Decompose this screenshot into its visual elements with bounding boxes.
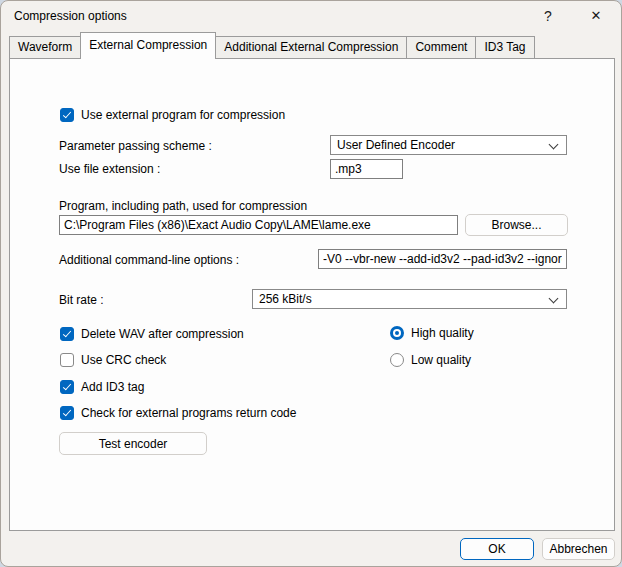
use-external-label: Use external program for compression	[81, 108, 285, 122]
radio-dot-icon	[395, 331, 399, 335]
bitrate-label: Bit rate :	[59, 293, 104, 307]
tab-strip: Waveform External Compression Additional…	[9, 32, 535, 59]
extension-input[interactable]	[330, 159, 403, 179]
check-icon	[63, 109, 71, 118]
high-quality-label: High quality	[411, 326, 474, 340]
test-encoder-button[interactable]: Test encoder	[59, 432, 207, 455]
tab-comment[interactable]: Comment	[407, 36, 476, 59]
delete-wav-checkbox[interactable]: Delete WAV after compression	[60, 326, 244, 341]
bitrate-dropdown[interactable]: 256 kBit/s	[252, 289, 567, 309]
cmdline-input[interactable]	[318, 249, 567, 269]
compression-options-dialog: Compression options ? ✕ Waveform Externa…	[0, 0, 622, 567]
bitrate-value: 256 kBit/s	[259, 292, 312, 306]
scheme-dropdown[interactable]: User Defined Encoder	[330, 135, 567, 155]
tab-waveform[interactable]: Waveform	[9, 36, 81, 59]
tab-external-compression[interactable]: External Compression	[80, 32, 216, 59]
tab-id3-tag[interactable]: ID3 Tag	[476, 36, 534, 59]
delete-wav-label: Delete WAV after compression	[81, 327, 244, 341]
use-external-checkbox[interactable]: Use external program for compression	[60, 107, 285, 122]
checkbox-checked-icon[interactable]	[60, 380, 74, 394]
high-quality-radio[interactable]: High quality	[390, 325, 474, 340]
radio-unselected-icon[interactable]	[390, 353, 404, 367]
checkbox-checked-icon[interactable]	[60, 406, 74, 420]
return-code-label: Check for external programs return code	[81, 406, 296, 420]
title-bar[interactable]: Compression options ? ✕	[1, 1, 621, 31]
add-id3-checkbox[interactable]: Add ID3 tag	[60, 379, 144, 394]
cancel-button[interactable]: Abbrechen	[542, 538, 615, 560]
program-label: Program, including path, used for compre…	[59, 199, 307, 213]
radio-selected-icon[interactable]	[390, 326, 404, 340]
checkbox-unchecked-icon[interactable]	[60, 353, 74, 367]
check-icon	[63, 381, 71, 390]
close-button[interactable]: ✕	[575, 1, 617, 31]
check-icon	[63, 407, 71, 416]
scheme-value: User Defined Encoder	[337, 138, 455, 152]
browse-button[interactable]: Browse...	[465, 214, 568, 236]
crc-label: Use CRC check	[81, 353, 166, 367]
low-quality-radio[interactable]: Low quality	[390, 352, 471, 367]
cmdline-label: Additional command-line options :	[59, 253, 239, 267]
checkbox-checked-icon[interactable]	[60, 108, 74, 122]
help-button[interactable]: ?	[527, 1, 569, 31]
return-code-checkbox[interactable]: Check for external programs return code	[60, 405, 296, 420]
tab-additional-external-compression[interactable]: Additional External Compression	[216, 36, 407, 59]
check-icon	[63, 328, 71, 337]
chevron-down-icon	[549, 294, 559, 304]
scheme-label: Parameter passing scheme :	[59, 139, 212, 153]
extension-label: Use file extension :	[59, 162, 160, 176]
external-compression-panel: Use external program for compression Par…	[9, 58, 615, 531]
window-title: Compression options	[14, 1, 127, 31]
ok-button[interactable]: OK	[460, 538, 534, 560]
chevron-down-icon	[549, 140, 559, 150]
checkbox-checked-icon[interactable]	[60, 327, 74, 341]
add-id3-label: Add ID3 tag	[81, 380, 144, 394]
low-quality-label: Low quality	[411, 353, 471, 367]
crc-checkbox[interactable]: Use CRC check	[60, 352, 166, 367]
program-path-input[interactable]	[59, 215, 458, 235]
